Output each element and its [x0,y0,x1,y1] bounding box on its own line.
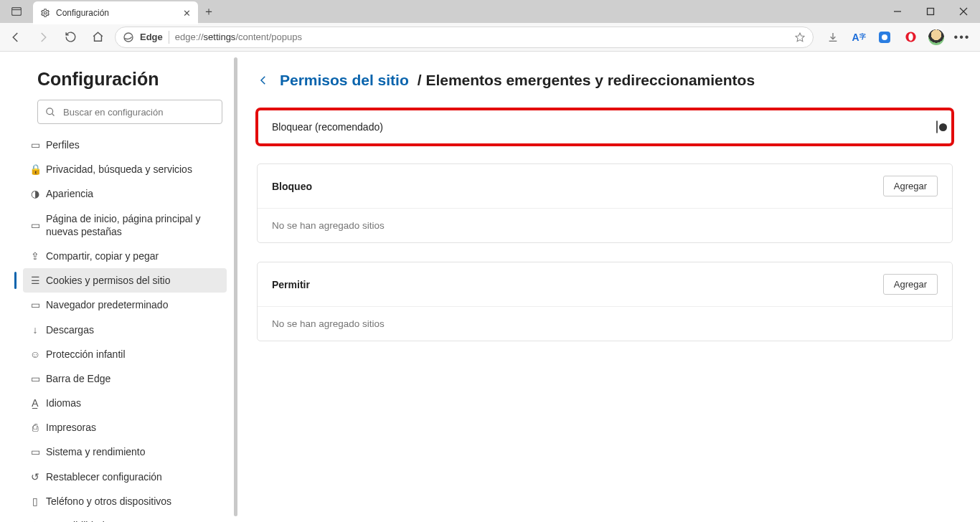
sidebar-item-startpage[interactable]: ▭Página de inicio, página principal y nu… [0,207,237,244]
settings-main-panel: Permisos del sitio / Elementos emergente… [237,52,980,522]
gear-icon [40,8,50,18]
block-list-header: Bloqueo Agregar [258,164,952,208]
phone-icon: ▯ [29,495,42,508]
address-bar[interactable]: Edge edge://settings/content/popups [115,27,814,48]
svg-point-2 [44,11,47,14]
translate-icon[interactable]: A字 [851,29,867,45]
svg-rect-4 [928,9,934,15]
address-url: edge://settings/content/popups [175,32,302,42]
edge-logo-icon [123,32,134,43]
more-menu-button[interactable]: ••• [954,29,970,45]
sidebar-item-appearance[interactable]: ◑Apariencia [0,181,237,206]
system-icon: ▭ [29,445,42,458]
svg-point-10 [882,34,887,40]
settings-search-input[interactable]: Buscar en configuración [37,100,222,124]
svg-point-12 [908,33,913,41]
breadcrumb-current: / Elementos emergentes y redireccionamie… [418,72,755,89]
block-toggle-label: Bloquear (recomendado) [272,121,383,133]
share-icon: ⇪ [29,250,42,262]
svg-rect-0 [12,8,22,16]
settings-title: Configuración [0,69,237,100]
sidebar-item-edge-bar[interactable]: ▭Barra de Edge [0,366,237,391]
profile-icon: ▭ [29,138,42,151]
appearance-icon: ◑ [29,187,42,200]
block-list-empty: No se han agregado sitios [258,208,952,242]
tab-overview-button[interactable] [0,0,33,23]
sidebar-item-profiles[interactable]: ▭Perfiles [0,133,237,157]
lock-icon: 🔒 [29,163,42,176]
window-controls [881,0,980,23]
profile-avatar[interactable] [928,29,944,45]
opera-icon[interactable] [903,29,918,45]
nav-toolbar: Edge edge://settings/content/popups A字 •… [0,23,980,52]
block-add-button[interactable]: Agregar [883,176,938,196]
minimize-button[interactable] [881,0,914,23]
family-icon: ☺ [29,348,42,361]
sidebar-item-languages[interactable]: A̲Idiomas [0,391,237,415]
bar-icon: ▭ [29,372,42,385]
home-button[interactable] [88,27,108,47]
toolbar-extensions: A字 ••• [821,29,974,45]
accessibility-icon: ✧ [29,519,42,522]
sidebar-item-system[interactable]: ▭Sistema y rendimiento [0,440,237,464]
browser-tab[interactable]: Configuración ✕ [33,1,198,24]
search-icon [45,107,56,118]
sidebar-item-family[interactable]: ☺Protección infantil [0,342,237,366]
download-icon: ↓ [29,323,42,336]
breadcrumb-back-button[interactable] [257,74,271,87]
allow-list-title: Permitir [272,279,310,290]
home-icon: ▭ [29,219,42,232]
allow-list-header: Permitir Agregar [258,262,952,306]
allow-list-card: Permitir Agregar No se han agregado siti… [257,262,953,341]
tab-title: Configuración [56,8,109,18]
sidebar-item-downloads[interactable]: ↓Descargas [0,318,237,342]
block-toggle-row: Bloquear (recomendado) [258,110,952,144]
new-tab-button[interactable]: ＋ [198,0,220,23]
forward-button[interactable] [33,27,53,47]
reset-icon: ↺ [29,470,42,483]
divider [169,31,169,44]
sidebar-item-privacy[interactable]: 🔒Privacidad, búsqueda y servicios [0,157,237,181]
sidebar-item-share[interactable]: ⇪Compartir, copiar y pegar [0,244,237,268]
address-scheme-label: Edge [140,32,163,42]
svg-line-14 [52,113,54,115]
allow-list-empty: No se han agregado sitios [258,306,952,341]
block-list-title: Bloqueo [272,181,312,192]
breadcrumb: Permisos del sitio / Elementos emergente… [257,72,953,89]
block-toggle-switch[interactable] [936,120,938,133]
settings-sidebar: Configuración Buscar en configuración ▭P… [0,52,237,522]
close-window-button[interactable] [947,0,980,23]
maximize-button[interactable] [914,0,947,23]
search-placeholder: Buscar en configuración [63,107,163,118]
back-button[interactable] [6,27,26,47]
settings-nav-list: ▭Perfiles 🔒Privacidad, búsqueda y servic… [0,133,237,522]
sidebar-item-cookies[interactable]: ☰Cookies y permisos del sitio [23,268,227,293]
titlebar: Configuración ✕ ＋ [0,0,980,23]
favorites-star-icon[interactable] [794,32,806,43]
block-toggle-card: Bloquear (recomendado) [257,109,953,145]
sidebar-item-printers[interactable]: ⎙Impresoras [0,415,237,440]
printer-icon: ⎙ [29,421,42,434]
block-list-card: Bloqueo Agregar No se han agregado sitio… [257,163,953,243]
browser-icon: ▭ [29,298,42,311]
svg-marker-8 [796,33,804,42]
sidebar-item-phone[interactable]: ▯Teléfono y otros dispositivos [0,489,237,513]
sidebar-item-default-browser[interactable]: ▭Navegador predeterminado [0,293,237,317]
allow-add-button[interactable]: Agregar [883,274,938,295]
svg-point-13 [47,108,53,114]
extension-blue-icon[interactable] [877,29,892,45]
cookies-icon: ☰ [29,274,42,287]
languages-icon: A̲ [29,397,42,409]
downloads-icon[interactable] [825,29,841,45]
breadcrumb-link[interactable]: Permisos del sitio [280,72,409,89]
reload-button[interactable] [60,27,80,47]
sidebar-item-accessibility[interactable]: ✧Accesibilidad [0,513,237,522]
tab-close-button[interactable]: ✕ [183,8,191,19]
sidebar-item-reset[interactable]: ↺Restablecer configuración [0,465,237,489]
